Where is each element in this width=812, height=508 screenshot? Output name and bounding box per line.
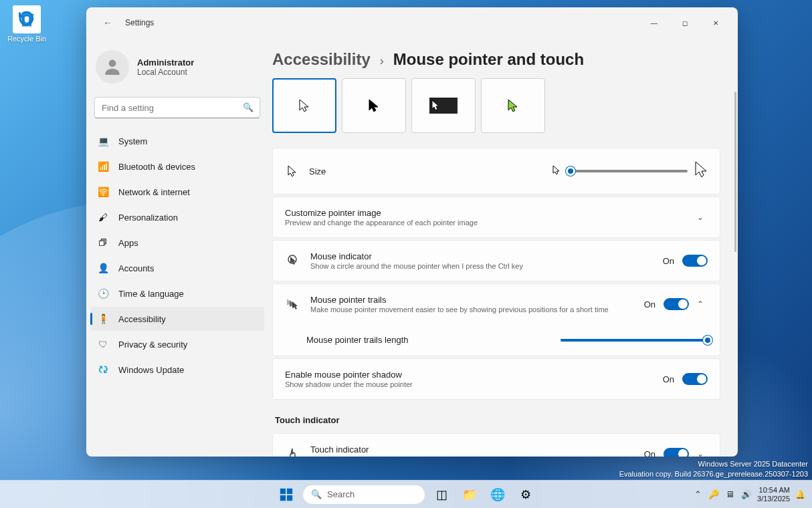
settings-window: ← Settings ― ◻ ✕ Administrator Local Acc… — [86, 7, 738, 457]
nav-apps[interactable]: 🗇Apps — [90, 231, 264, 255]
nav-system[interactable]: 💻System — [90, 129, 264, 153]
clock-icon: 🕑 — [97, 287, 109, 299]
notifications-icon[interactable]: 🔔 — [795, 490, 805, 499]
trails-icon — [285, 297, 300, 311]
window-title: Settings — [125, 18, 154, 27]
back-button[interactable]: ← — [97, 12, 118, 33]
nav-network[interactable]: 🛜Network & internet — [90, 180, 264, 204]
nav-time[interactable]: 🕑Time & language — [90, 281, 264, 305]
tray-chevron-icon[interactable]: ⌃ — [694, 489, 702, 499]
maximize-button[interactable]: ◻ — [670, 12, 700, 33]
profile-type: Local Account — [137, 68, 194, 77]
cursor-icon — [285, 164, 300, 178]
svg-rect-3 — [280, 488, 286, 493]
shadow-toggle[interactable] — [682, 373, 708, 385]
task-view-icon[interactable]: ◫ — [429, 483, 453, 507]
close-button[interactable]: ✕ — [700, 12, 731, 33]
chevron-right-icon: › — [380, 54, 384, 68]
size-slider[interactable] — [567, 170, 688, 172]
nav-bluetooth[interactable]: 📶Bluetooth & devices — [90, 154, 264, 178]
svg-rect-6 — [287, 495, 292, 500]
scrollbar[interactable] — [734, 92, 736, 252]
sidebar: Administrator Local Account 🔍 💻System 📶B… — [86, 38, 272, 457]
indicator-card: Mouse indicator Show a circle around the… — [272, 240, 720, 281]
nav-accounts[interactable]: 👤Accounts — [90, 256, 264, 280]
titlebar: ← Settings ― ◻ ✕ — [86, 7, 738, 38]
cursor-large-icon — [694, 160, 708, 182]
shadow-card: Enable mouse pointer shadow Show shadow … — [272, 358, 720, 400]
explorer-icon[interactable]: 📁 — [458, 483, 482, 507]
update-icon: 🗘 — [97, 364, 109, 376]
chevron-up-icon[interactable]: ⌃ — [697, 299, 708, 309]
customize-card[interactable]: Customize pointer image Preview and chan… — [272, 197, 720, 238]
accessibility-icon: 🧍 — [97, 313, 109, 325]
search-icon: 🔍 — [243, 102, 253, 112]
breadcrumb-parent[interactable]: Accessibility — [272, 50, 371, 69]
recycle-bin-shortcut[interactable]: Recycle Bin — [7, 5, 47, 43]
trails-length-row: Mouse pointer trails length — [273, 324, 720, 356]
person-icon: 👤 — [97, 262, 109, 274]
search-input[interactable] — [94, 97, 260, 118]
apps-icon: 🗇 — [97, 237, 109, 249]
tray-clock[interactable]: 10:54 AM 3/13/2025 — [757, 486, 790, 503]
brush-icon: 🖌 — [97, 211, 109, 223]
pointer-style-row — [272, 78, 720, 133]
touch-icon — [285, 447, 300, 457]
indicator-toggle[interactable] — [682, 255, 708, 267]
system-tray: ⌃ 🔑 🖥 🔊 10:54 AM 3/13/2025 🔔 — [694, 486, 812, 503]
taskbar-search[interactable]: 🔍 Search — [302, 485, 425, 505]
taskbar: 🔍 Search ◫ 📁 🌐 ⚙ ⌃ 🔑 🖥 🔊 10:54 AM 3/13/2… — [0, 480, 812, 508]
bluetooth-icon: 📶 — [97, 160, 109, 172]
touch-card: Touch indicator Show a circle on the scr… — [272, 433, 720, 457]
pointer-style-inverted[interactable] — [411, 78, 476, 133]
indicator-icon — [285, 254, 300, 267]
pointer-style-custom[interactable] — [481, 78, 545, 133]
edge-icon[interactable]: 🌐 — [486, 483, 510, 507]
search-icon: 🔍 — [311, 489, 322, 499]
touch-toggle[interactable] — [664, 448, 689, 457]
chevron-down-icon[interactable]: ⌄ — [697, 449, 708, 457]
avatar — [96, 50, 129, 84]
svg-rect-5 — [280, 495, 286, 500]
trails-length-slider[interactable] — [561, 339, 708, 342]
cursor-small-icon — [552, 165, 561, 177]
touch-section-header: Touch indicator — [272, 402, 720, 433]
content: Accessibility › Mouse pointer and touch — [272, 38, 738, 457]
pointer-style-white[interactable] — [272, 78, 336, 133]
wifi-icon: 🛜 — [97, 186, 109, 198]
tray-network-icon[interactable]: 🖥 — [726, 489, 734, 499]
nav-update[interactable]: 🗘Windows Update — [90, 358, 264, 382]
tray-security-icon[interactable]: 🔑 — [708, 489, 719, 499]
search-container: 🔍 — [94, 97, 260, 118]
profile-name: Administrator — [137, 57, 194, 68]
svg-rect-4 — [287, 488, 292, 493]
breadcrumb-current: Mouse pointer and touch — [393, 50, 584, 69]
chevron-down-icon: ⌄ — [697, 213, 708, 222]
breadcrumb: Accessibility › Mouse pointer and touch — [272, 38, 720, 78]
nav-privacy[interactable]: 🛡Privacy & security — [90, 332, 264, 356]
watermark: Windows Server 2025 Datacenter Evaluatio… — [619, 459, 808, 479]
size-label: Size — [309, 166, 326, 176]
profile-block[interactable]: Administrator Local Account — [90, 38, 264, 97]
shield-icon: 🛡 — [97, 338, 109, 350]
trails-card: Mouse pointer trails Make mouse pointer … — [272, 283, 720, 356]
trails-toggle[interactable] — [664, 298, 689, 310]
minimize-button[interactable]: ― — [639, 12, 670, 33]
settings-taskbar-icon[interactable]: ⚙ — [514, 483, 538, 507]
recycle-bin-label: Recycle Bin — [7, 35, 47, 43]
nav: 💻System 📶Bluetooth & devices 🛜Network & … — [90, 129, 264, 382]
system-icon: 💻 — [97, 135, 109, 147]
size-card: Size — [272, 148, 720, 195]
tray-volume-icon[interactable]: 🔊 — [741, 489, 752, 499]
nav-personalization[interactable]: 🖌Personalization — [90, 205, 264, 229]
pointer-style-black[interactable] — [342, 78, 406, 133]
svg-point-1 — [109, 59, 116, 67]
recycle-bin-icon — [13, 5, 41, 33]
start-button[interactable] — [274, 483, 298, 507]
nav-accessibility[interactable]: 🧍Accessibility — [90, 307, 264, 331]
